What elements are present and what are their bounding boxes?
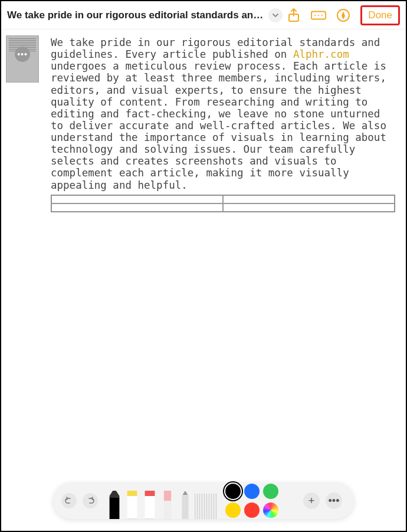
redo-icon: [86, 496, 95, 505]
doc-text-after: undergoes a meticulous review process. E…: [51, 60, 386, 191]
title-wrap[interactable]: We take pride in our rigorous editorial …: [7, 8, 283, 22]
drawing-tools: [104, 482, 219, 519]
undo-icon: [64, 496, 74, 505]
svg-point-2: [315, 14, 316, 15]
svg-point-3: [318, 14, 319, 15]
eraser-tool[interactable]: [159, 491, 176, 519]
color-picker-button[interactable]: [263, 503, 278, 518]
pen-circle-icon: [336, 8, 350, 22]
document-body[interactable]: We take pride in our rigorous editorial …: [44, 29, 406, 531]
color-swatch-blue[interactable]: [244, 484, 260, 499]
document-title: We take pride in our rigorous editorial …: [7, 9, 265, 21]
color-palette: [225, 484, 297, 518]
thumbnail-more-button[interactable]: •••: [15, 47, 30, 62]
color-swatch-yellow[interactable]: [225, 503, 241, 518]
sidebar: •••: [1, 29, 44, 531]
doc-link[interactable]: Alphr.com: [293, 48, 349, 60]
pencil-tool[interactable]: [177, 491, 193, 519]
add-button[interactable]: +: [303, 492, 320, 509]
redo-button[interactable]: [83, 493, 98, 508]
markup-box-icon: [311, 9, 326, 21]
content-area: ••• We take pride in our rigorous editor…: [1, 29, 406, 531]
done-button[interactable]: Done: [360, 5, 400, 25]
ruler-tool[interactable]: [195, 491, 217, 519]
empty-table[interactable]: [51, 195, 395, 212]
markup-pen-button[interactable]: [336, 8, 351, 23]
color-swatch-red[interactable]: [244, 503, 260, 518]
markup-tools-button[interactable]: [311, 8, 326, 23]
title-dropdown-button[interactable]: [268, 8, 283, 22]
table-cell[interactable]: [51, 203, 223, 212]
page-thumbnail[interactable]: •••: [6, 35, 39, 83]
highlighter-tool[interactable]: [124, 491, 140, 519]
color-swatch-green[interactable]: [263, 484, 278, 499]
more-button[interactable]: •••: [326, 492, 342, 509]
share-icon: [287, 8, 300, 22]
table-cell[interactable]: [223, 203, 395, 212]
markup-toolbar: + •••: [53, 482, 354, 519]
share-button[interactable]: [286, 8, 301, 23]
pen-tool[interactable]: [106, 491, 123, 519]
table-cell[interactable]: [51, 195, 223, 203]
undo-button[interactable]: [61, 493, 77, 508]
marker-tool[interactable]: [142, 491, 158, 519]
history-controls: [61, 493, 98, 508]
table-cell[interactable]: [223, 195, 395, 203]
color-swatch-black[interactable]: [225, 484, 241, 499]
svg-point-4: [321, 14, 323, 15]
header-actions: Done: [286, 5, 400, 25]
header: We take pride in our rigorous editorial …: [1, 1, 406, 29]
chevron-down-icon: [272, 12, 279, 19]
